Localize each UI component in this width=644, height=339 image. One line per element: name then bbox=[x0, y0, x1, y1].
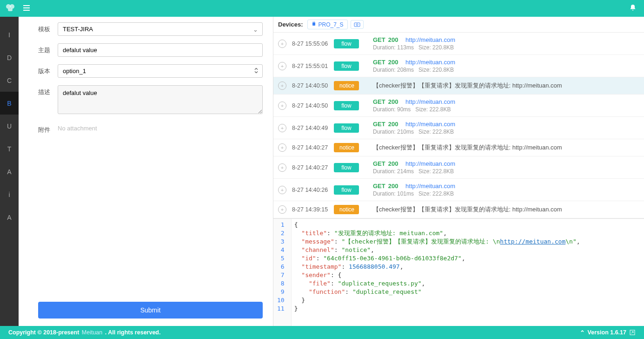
event-timestamp: 8-27 14:40:49 bbox=[292, 125, 334, 131]
sidebar-item[interactable]: A bbox=[0, 160, 19, 183]
svg-point-7 bbox=[356, 24, 358, 26]
event-body: GET 200 http://meituan.com Duration: 113… bbox=[373, 36, 639, 51]
screenshot-button[interactable] bbox=[351, 20, 364, 29]
event-timestamp: 8-27 14:40:50 bbox=[292, 102, 334, 109]
expand-icon[interactable]: + bbox=[278, 143, 286, 152]
event-body: 【checker报警】【重复请求】发现重复的请求地址: http://meitu… bbox=[373, 81, 639, 90]
copyright-prefix: Copyright © 2018-present bbox=[8, 329, 81, 336]
event-body: 【checker报警】【重复请求】发现重复的请求地址: http://meitu… bbox=[373, 205, 639, 214]
expand-icon[interactable]: + bbox=[278, 62, 286, 70]
event-body: GET 200 http://meituan.com Duration: 208… bbox=[373, 59, 639, 73]
devices-bar: Devices: PRO_7_S bbox=[273, 17, 644, 33]
sidebar: IDCBUTAiA bbox=[0, 17, 19, 326]
event-body: GET 200 http://meituan.com Duration: 90m… bbox=[373, 98, 639, 113]
subject-label: 主题 bbox=[38, 43, 58, 54]
version-select[interactable]: option_1 bbox=[58, 64, 263, 78]
event-row[interactable]: + 8-27 14:40:49 flow GET 200 http://meit… bbox=[273, 117, 644, 139]
event-timestamp: 8-27 14:39:15 bbox=[292, 206, 334, 213]
event-timestamp: 8-27 14:40:27 bbox=[292, 144, 334, 151]
event-body: GET 200 http://meituan.com Duration: 210… bbox=[373, 121, 639, 135]
code-viewer[interactable]: 1234567891011 { "title": "发现重复的请求地址: mei… bbox=[273, 219, 644, 326]
version-toggle[interactable]: ⌃ Version 1.6.17 bbox=[580, 329, 636, 336]
event-body: GET 200 http://meituan.com Duration: 101… bbox=[373, 183, 639, 197]
event-body: 【checker报警】【重复请求】发现重复的请求地址: http://meitu… bbox=[373, 143, 639, 152]
event-body: GET 200 http://meituan.com Duration: 214… bbox=[373, 160, 639, 175]
event-badge: notice bbox=[334, 143, 359, 152]
android-icon bbox=[312, 21, 316, 28]
svg-point-1 bbox=[10, 4, 14, 9]
template-select[interactable]: TEST-JIRA bbox=[58, 22, 263, 36]
sidebar-item[interactable]: D bbox=[0, 46, 19, 69]
event-list[interactable]: + 8-27 15:55:06 flow GET 200 http://meit… bbox=[273, 33, 644, 219]
chevron-up-icon: ⌃ bbox=[580, 329, 585, 336]
event-badge: notice bbox=[334, 205, 359, 214]
event-row[interactable]: + 8-27 14:39:15 notice 【checker报警】【重复请求】… bbox=[273, 201, 644, 218]
event-badge: flow bbox=[334, 61, 359, 71]
template-label: 模板 bbox=[38, 22, 58, 34]
event-row[interactable]: + 8-27 14:40:27 notice 【checker报警】【重复请求】… bbox=[273, 139, 644, 156]
code-content: { "title": "发现重复的请求地址: meituan.com", "me… bbox=[292, 219, 580, 326]
line-gutter: 1234567891011 bbox=[273, 219, 292, 326]
event-row[interactable]: + 8-27 15:55:01 flow GET 200 http://meit… bbox=[273, 55, 644, 77]
sidebar-item[interactable]: A bbox=[0, 206, 19, 229]
svg-point-4 bbox=[313, 21, 313, 22]
expand-icon[interactable]: + bbox=[278, 186, 286, 194]
menu-toggle-icon[interactable] bbox=[22, 4, 31, 14]
footer: Copyright © 2018-present Meituan . All r… bbox=[0, 326, 644, 339]
logo-icon bbox=[4, 2, 17, 15]
subject-input[interactable] bbox=[58, 43, 263, 57]
event-timestamp: 8-27 15:55:06 bbox=[292, 41, 334, 47]
footer-link[interactable]: Meituan bbox=[82, 329, 102, 336]
event-row[interactable]: + 8-27 15:55:06 flow GET 200 http://meit… bbox=[273, 33, 644, 55]
expand-icon[interactable]: + bbox=[278, 205, 286, 214]
devices-label: Devices: bbox=[278, 21, 303, 28]
topbar bbox=[0, 0, 644, 17]
sidebar-item[interactable]: C bbox=[0, 69, 19, 92]
event-badge: flow bbox=[334, 185, 359, 195]
expand-icon[interactable]: + bbox=[278, 163, 286, 172]
device-chip[interactable]: PRO_7_S bbox=[307, 20, 347, 29]
sidebar-item[interactable]: U bbox=[0, 115, 19, 137]
external-icon bbox=[629, 329, 636, 336]
event-timestamp: 8-27 14:40:26 bbox=[292, 187, 334, 193]
notifications-icon[interactable] bbox=[629, 4, 637, 13]
attach-empty: No attachment bbox=[58, 123, 263, 132]
version-text: Version 1.6.17 bbox=[588, 329, 626, 336]
sidebar-item[interactable]: T bbox=[0, 137, 19, 160]
expand-icon[interactable]: + bbox=[278, 124, 286, 132]
event-row[interactable]: + 8-27 14:40:27 flow GET 200 http://meit… bbox=[273, 156, 644, 179]
event-timestamp: 8-27 15:55:01 bbox=[292, 63, 334, 69]
sidebar-item[interactable]: i bbox=[0, 183, 19, 206]
desc-textarea[interactable] bbox=[58, 85, 263, 114]
event-timestamp: 8-27 14:40:50 bbox=[292, 82, 334, 89]
svg-rect-2 bbox=[8, 8, 13, 11]
event-row[interactable]: + 8-27 14:40:50 notice 【checker报警】【重复请求】… bbox=[273, 77, 644, 95]
copyright-suffix: . All rights reserved. bbox=[103, 329, 160, 336]
expand-icon[interactable]: + bbox=[278, 102, 286, 110]
attach-label: 附件 bbox=[38, 123, 58, 134]
event-row[interactable]: + 8-27 14:40:50 flow GET 200 http://meit… bbox=[273, 95, 644, 117]
events-panel: Devices: PRO_7_S + 8-27 15:55:06 flow GE… bbox=[273, 17, 644, 326]
svg-point-5 bbox=[314, 21, 315, 22]
svg-rect-3 bbox=[312, 22, 315, 26]
version-label: 版本 bbox=[38, 64, 58, 75]
event-badge: flow bbox=[334, 39, 359, 48]
expand-icon[interactable]: + bbox=[278, 40, 286, 48]
event-badge: flow bbox=[334, 101, 359, 110]
event-badge: flow bbox=[334, 123, 359, 133]
event-badge: flow bbox=[334, 163, 359, 172]
expand-icon[interactable]: + bbox=[278, 81, 286, 90]
event-badge: notice bbox=[334, 81, 359, 90]
sidebar-item[interactable]: B bbox=[0, 92, 19, 115]
desc-label: 描述 bbox=[38, 85, 58, 96]
event-timestamp: 8-27 14:40:27 bbox=[292, 164, 334, 171]
sidebar-item[interactable]: I bbox=[0, 23, 19, 46]
event-row[interactable]: + 8-27 14:40:26 flow GET 200 http://meit… bbox=[273, 179, 644, 201]
submit-button[interactable]: Submit bbox=[38, 302, 263, 319]
svg-rect-6 bbox=[354, 23, 360, 27]
form-panel: 模板 TEST-JIRA ⌄ 主题 版本 bbox=[19, 17, 273, 326]
device-name: PRO_7_S bbox=[318, 21, 343, 28]
